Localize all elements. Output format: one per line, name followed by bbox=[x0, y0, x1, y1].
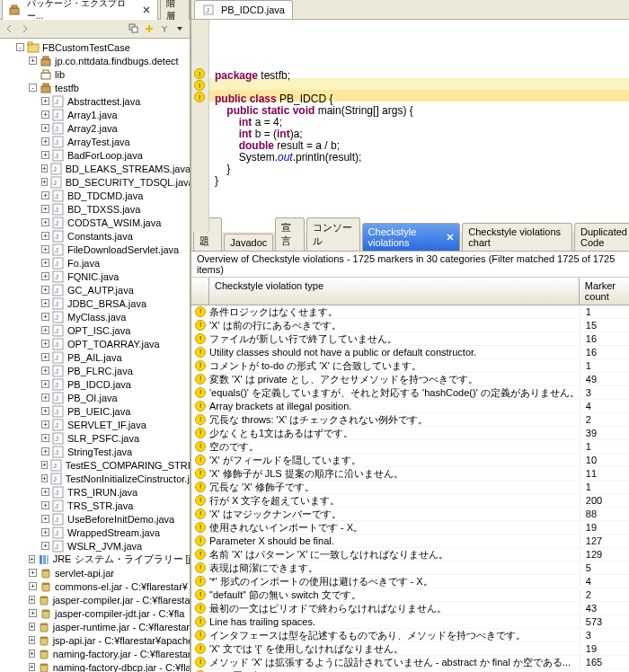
expand-toggle[interactable]: + bbox=[41, 461, 48, 469]
expand-toggle[interactable]: + bbox=[29, 57, 37, 65]
tree-item[interactable]: +jasper-compiler.jar - C:¥flarestar bbox=[0, 593, 190, 606]
menu-icon[interactable] bbox=[173, 22, 186, 35]
expand-toggle[interactable]: + bbox=[29, 623, 35, 631]
expand-toggle[interactable]: + bbox=[41, 151, 49, 159]
expand-toggle[interactable]: + bbox=[41, 272, 49, 280]
tree-item[interactable]: +JBD_LEAKS_STREAMS.java bbox=[0, 162, 190, 175]
expand-toggle[interactable]: + bbox=[41, 326, 49, 334]
tree-item[interactable]: +JPB_AIL.java bbox=[0, 350, 190, 364]
expand-toggle[interactable]: + bbox=[41, 393, 49, 402]
violation-row[interactable]: !行が X 文字を超えています。200 bbox=[191, 494, 629, 508]
code-area[interactable]: package testfb; public class PB_IDCD { p… bbox=[209, 20, 629, 232]
tree-item[interactable]: +JTRS_STR.java bbox=[0, 499, 190, 512]
back-icon[interactable] bbox=[4, 22, 16, 35]
expand-toggle[interactable]: + bbox=[41, 501, 49, 509]
violation-row[interactable]: !'X' は前の行にあるべきです。15 bbox=[191, 319, 629, 332]
expand-toggle[interactable]: + bbox=[41, 218, 49, 226]
violation-row[interactable]: !変数 'X' は private とし、アクセサメソッドを持つべきです。49 bbox=[191, 373, 629, 386]
tree-item[interactable]: +JUseBeforeInitDemo.java bbox=[0, 512, 190, 526]
tree-item[interactable]: +JArray1.java bbox=[0, 108, 190, 121]
tree-item[interactable]: +JPB_OI.java bbox=[0, 391, 190, 404]
col-header-count[interactable]: Marker count bbox=[580, 278, 629, 305]
tree-item[interactable]: +JPB_FLRC.java bbox=[0, 364, 190, 377]
expand-toggle[interactable]: + bbox=[41, 205, 49, 213]
link-editor-icon[interactable] bbox=[143, 22, 155, 35]
tree-item[interactable]: +JArray2.java bbox=[0, 121, 190, 135]
expand-toggle[interactable]: + bbox=[41, 191, 49, 199]
collapse-all-icon[interactable] bbox=[128, 22, 140, 35]
expand-toggle[interactable]: + bbox=[41, 164, 48, 172]
violation-row[interactable]: !'X' 修飾子が JLS 提案の順序に沿いません。11 bbox=[191, 467, 629, 481]
violation-row[interactable]: !Line has trailing spaces.573 bbox=[191, 615, 629, 629]
tree-item[interactable]: -testfb bbox=[0, 81, 190, 94]
violation-row[interactable]: !Utility classes should not have a publi… bbox=[191, 346, 629, 359]
violation-row[interactable]: !使用されないインポートです - X。19 bbox=[191, 521, 629, 535]
expand-toggle[interactable]: + bbox=[41, 232, 49, 240]
violation-row[interactable]: !"default" 節の無い switch 文です。2 bbox=[191, 588, 629, 602]
tree-item[interactable]: +jasper-compiler-jdt.jar - C:¥fla bbox=[0, 606, 190, 620]
tree-item[interactable]: lib bbox=[0, 67, 190, 81]
code-editor[interactable]: ! ! ! package testfb; public class PB_ID… bbox=[191, 20, 629, 232]
violations-table[interactable]: Checkstyle violation type Marker count !… bbox=[191, 278, 629, 672]
col-header-type[interactable]: Checkstyle violation type bbox=[209, 278, 580, 305]
warning-marker[interactable]: ! bbox=[194, 92, 205, 102]
tree-item[interactable]: -FBCustomTestCase bbox=[0, 40, 190, 54]
expand-toggle[interactable]: + bbox=[41, 515, 49, 523]
tree-item[interactable]: +JOPT_ISC.java bbox=[0, 323, 190, 337]
expand-toggle[interactable]: + bbox=[41, 488, 49, 496]
violation-row[interactable]: !メソッド 'X' は拡張するように設計されていません - abstract か… bbox=[191, 656, 629, 669]
expand-toggle[interactable]: + bbox=[41, 124, 49, 132]
close-icon[interactable] bbox=[447, 232, 454, 243]
warning-marker[interactable]: ! bbox=[194, 80, 205, 91]
tree-item[interactable]: +JArrayTest.java bbox=[0, 135, 190, 148]
violation-row[interactable]: !'*' 形式のインポートの使用は避けるべきです - X。4 bbox=[191, 575, 629, 588]
close-icon[interactable] bbox=[141, 4, 152, 15]
expand-toggle[interactable]: + bbox=[41, 528, 49, 536]
violation-row[interactable]: !少なくとも1文はあるはずです。39 bbox=[191, 427, 629, 440]
tree-item[interactable]: +JBadForLoop.java bbox=[0, 148, 190, 162]
tree-item[interactable]: +JTestES_COMPARING_STRING bbox=[0, 458, 190, 472]
bottom-tab[interactable]: Javadoc bbox=[224, 234, 273, 251]
expand-toggle[interactable]: + bbox=[41, 420, 49, 429]
expand-toggle[interactable]: - bbox=[16, 43, 24, 51]
expand-toggle[interactable]: + bbox=[41, 542, 49, 550]
expand-toggle[interactable]: + bbox=[29, 663, 35, 671]
tree-item[interactable]: +JCODSTA_WSIM.java bbox=[0, 216, 190, 229]
tree-item[interactable]: +JFQNIC.java bbox=[0, 270, 190, 283]
tree-item[interactable]: +JOPT_TOARRAY.java bbox=[0, 337, 190, 350]
expand-toggle[interactable]: + bbox=[29, 582, 37, 590]
expand-toggle[interactable]: + bbox=[41, 434, 49, 442]
tree-item[interactable]: +JGC_AUTP.java bbox=[0, 283, 190, 296]
package-tree[interactable]: -FBCustomTestCase+jp.co.nttdata.findbugs… bbox=[0, 39, 190, 672]
expand-toggle[interactable]: + bbox=[29, 650, 35, 658]
tree-item[interactable]: +naming-factory.jar - C:¥flarestar bbox=[0, 647, 190, 660]
violation-row[interactable]: !'X' がフィールドを隠しています。10 bbox=[191, 454, 629, 467]
expand-toggle[interactable]: - bbox=[29, 84, 37, 92]
tree-item[interactable]: +JMyClass.java bbox=[0, 310, 190, 323]
tree-item[interactable]: +JWSLR_JVM.java bbox=[0, 539, 190, 553]
tree-item[interactable]: +JWrappedStream.java bbox=[0, 526, 190, 539]
violation-row[interactable]: !冗長な throws: 'X' はチェックされない例外です。2 bbox=[191, 413, 629, 427]
warning-marker[interactable]: ! bbox=[194, 68, 205, 79]
expand-toggle[interactable]: + bbox=[29, 636, 35, 644]
tree-item[interactable]: +jp.co.nttdata.findbugs.detect bbox=[0, 54, 190, 67]
expand-toggle[interactable]: + bbox=[41, 313, 49, 321]
expand-toggle[interactable]: + bbox=[29, 569, 37, 577]
tree-item[interactable]: +JRE システム・ライブラリー [jre1.6.0 bbox=[0, 553, 190, 566]
tree-item[interactable]: +JStringTest.java bbox=[0, 445, 190, 458]
tree-item[interactable]: +JConstants.java bbox=[0, 229, 190, 243]
expand-toggle[interactable]: + bbox=[41, 367, 49, 375]
expand-toggle[interactable]: + bbox=[29, 609, 37, 617]
tree-item[interactable]: +commons-el.jar - C:¥flarestar¥ bbox=[0, 579, 190, 593]
tree-item[interactable]: +JPB_IDCD.java bbox=[0, 377, 190, 391]
violation-row[interactable]: !表現は簡潔にできます。5 bbox=[191, 561, 629, 575]
tree-item[interactable]: +JFileDownloadServlet.java bbox=[0, 243, 190, 256]
tree-item[interactable]: +JBD_TDCMD.java bbox=[0, 189, 190, 202]
expand-toggle[interactable]: + bbox=[41, 259, 49, 267]
expand-toggle[interactable]: + bbox=[41, 137, 49, 146]
expand-toggle[interactable]: + bbox=[41, 447, 49, 455]
expand-toggle[interactable]: + bbox=[41, 380, 49, 388]
tree-item[interactable]: +JAbstracttest.java bbox=[0, 94, 190, 108]
tree-item[interactable]: +JSERVLET_IF.java bbox=[0, 418, 190, 431]
expand-toggle[interactable]: + bbox=[41, 299, 49, 307]
